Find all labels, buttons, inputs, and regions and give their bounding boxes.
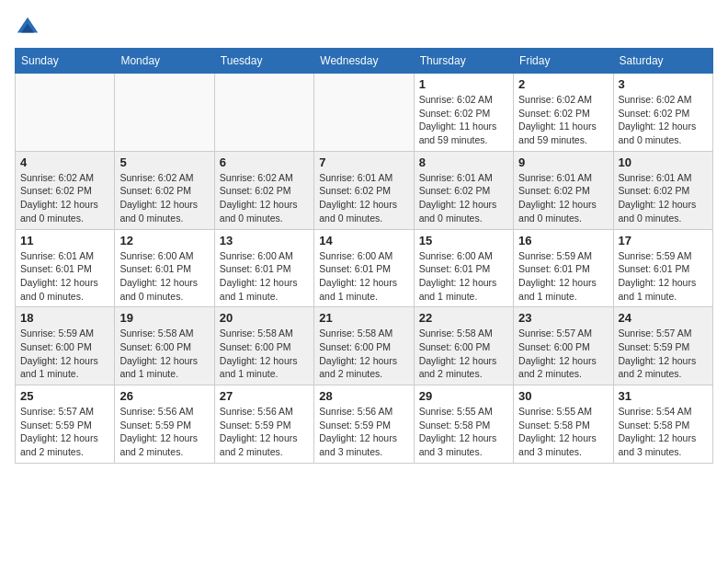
day-info: Sunrise: 5:57 AM Sunset: 5:59 PM Dayligh… bbox=[20, 405, 109, 459]
day-info: Sunrise: 6:02 AM Sunset: 6:02 PM Dayligh… bbox=[220, 171, 309, 225]
calendar-cell: 22Sunrise: 5:58 AM Sunset: 6:00 PM Dayli… bbox=[414, 307, 513, 385]
calendar-header-monday: Monday bbox=[115, 49, 214, 74]
day-number: 26 bbox=[119, 389, 209, 403]
calendar-cell bbox=[214, 74, 313, 152]
day-number: 1 bbox=[419, 77, 508, 91]
calendar-cell: 10Sunrise: 6:01 AM Sunset: 6:02 PM Dayli… bbox=[613, 151, 712, 229]
day-info: Sunrise: 6:00 AM Sunset: 6:01 PM Dayligh… bbox=[419, 249, 508, 304]
calendar-cell: 29Sunrise: 5:55 AM Sunset: 5:58 PM Dayli… bbox=[414, 385, 513, 464]
calendar-cell: 18Sunrise: 5:59 AM Sunset: 6:00 PM Dayli… bbox=[16, 307, 115, 385]
day-number: 22 bbox=[419, 311, 508, 325]
day-info: Sunrise: 6:00 AM Sunset: 6:01 PM Dayligh… bbox=[319, 249, 408, 304]
day-info: Sunrise: 5:58 AM Sunset: 6:00 PM Dayligh… bbox=[119, 327, 209, 381]
day-number: 11 bbox=[20, 234, 109, 247]
day-info: Sunrise: 6:02 AM Sunset: 6:02 PM Dayligh… bbox=[20, 171, 109, 225]
day-number: 6 bbox=[220, 155, 309, 169]
logo-icon bbox=[15, 15, 40, 40]
day-info: Sunrise: 6:02 AM Sunset: 6:02 PM Dayligh… bbox=[119, 171, 209, 225]
day-number: 25 bbox=[20, 389, 109, 403]
calendar-cell: 7Sunrise: 6:01 AM Sunset: 6:02 PM Daylig… bbox=[314, 151, 414, 229]
day-info: Sunrise: 5:58 AM Sunset: 6:00 PM Dayligh… bbox=[220, 327, 309, 381]
day-info: Sunrise: 6:01 AM Sunset: 6:02 PM Dayligh… bbox=[619, 171, 708, 225]
calendar-cell: 17Sunrise: 5:59 AM Sunset: 6:01 PM Dayli… bbox=[613, 229, 712, 307]
logo bbox=[15, 15, 44, 40]
calendar-cell: 6Sunrise: 6:02 AM Sunset: 6:02 PM Daylig… bbox=[214, 151, 313, 229]
calendar-cell: 8Sunrise: 6:01 AM Sunset: 6:02 PM Daylig… bbox=[414, 151, 513, 229]
calendar-cell: 30Sunrise: 5:55 AM Sunset: 5:58 PM Dayli… bbox=[514, 385, 613, 464]
calendar-cell: 23Sunrise: 5:57 AM Sunset: 6:00 PM Dayli… bbox=[514, 307, 613, 385]
calendar-cell: 13Sunrise: 6:00 AM Sunset: 6:01 PM Dayli… bbox=[214, 229, 313, 307]
calendar-cell: 1Sunrise: 6:02 AM Sunset: 6:02 PM Daylig… bbox=[414, 74, 513, 152]
calendar-cell: 14Sunrise: 6:00 AM Sunset: 6:01 PM Dayli… bbox=[314, 229, 414, 307]
day-number: 3 bbox=[619, 77, 708, 91]
calendar-cell: 31Sunrise: 5:54 AM Sunset: 5:58 PM Dayli… bbox=[613, 385, 712, 464]
day-info: Sunrise: 5:56 AM Sunset: 5:59 PM Dayligh… bbox=[220, 405, 309, 459]
day-number: 24 bbox=[619, 311, 708, 325]
day-number: 18 bbox=[20, 311, 109, 325]
day-info: Sunrise: 6:00 AM Sunset: 6:01 PM Dayligh… bbox=[220, 249, 309, 304]
day-number: 7 bbox=[319, 155, 408, 169]
day-number: 16 bbox=[518, 234, 608, 247]
day-info: Sunrise: 5:59 AM Sunset: 6:00 PM Dayligh… bbox=[20, 327, 109, 381]
day-number: 15 bbox=[419, 234, 508, 247]
calendar-cell bbox=[115, 74, 214, 152]
calendar-cell bbox=[16, 74, 115, 152]
calendar-cell: 9Sunrise: 6:01 AM Sunset: 6:02 PM Daylig… bbox=[514, 151, 613, 229]
calendar-cell: 24Sunrise: 5:57 AM Sunset: 5:59 PM Dayli… bbox=[613, 307, 712, 385]
day-number: 31 bbox=[619, 389, 708, 403]
calendar-cell: 21Sunrise: 5:58 AM Sunset: 6:00 PM Dayli… bbox=[314, 307, 414, 385]
day-info: Sunrise: 6:00 AM Sunset: 6:01 PM Dayligh… bbox=[119, 249, 209, 304]
day-number: 19 bbox=[119, 311, 209, 325]
day-number: 20 bbox=[220, 311, 309, 325]
day-info: Sunrise: 5:55 AM Sunset: 5:58 PM Dayligh… bbox=[419, 405, 508, 459]
day-info: Sunrise: 6:01 AM Sunset: 6:02 PM Dayligh… bbox=[319, 171, 408, 225]
day-info: Sunrise: 5:57 AM Sunset: 6:00 PM Dayligh… bbox=[518, 327, 608, 381]
day-number: 8 bbox=[419, 155, 508, 169]
day-number: 2 bbox=[518, 77, 608, 91]
calendar-header-wednesday: Wednesday bbox=[314, 49, 414, 74]
calendar-cell: 25Sunrise: 5:57 AM Sunset: 5:59 PM Dayli… bbox=[16, 385, 115, 464]
calendar-week-2: 4Sunrise: 6:02 AM Sunset: 6:02 PM Daylig… bbox=[16, 151, 713, 229]
calendar-week-3: 11Sunrise: 6:01 AM Sunset: 6:01 PM Dayli… bbox=[16, 229, 713, 307]
day-info: Sunrise: 6:01 AM Sunset: 6:02 PM Dayligh… bbox=[518, 171, 608, 225]
day-number: 10 bbox=[619, 155, 708, 169]
calendar-cell bbox=[314, 74, 414, 152]
day-number: 30 bbox=[518, 389, 608, 403]
day-info: Sunrise: 5:59 AM Sunset: 6:01 PM Dayligh… bbox=[619, 249, 708, 304]
day-info: Sunrise: 6:02 AM Sunset: 6:02 PM Dayligh… bbox=[419, 93, 508, 147]
calendar-header-saturday: Saturday bbox=[613, 49, 712, 74]
calendar-cell: 20Sunrise: 5:58 AM Sunset: 6:00 PM Dayli… bbox=[214, 307, 313, 385]
calendar-cell: 2Sunrise: 6:02 AM Sunset: 6:02 PM Daylig… bbox=[514, 74, 613, 152]
calendar-cell: 12Sunrise: 6:00 AM Sunset: 6:01 PM Dayli… bbox=[115, 229, 214, 307]
day-info: Sunrise: 5:56 AM Sunset: 5:59 PM Dayligh… bbox=[319, 405, 408, 459]
calendar-header-row: SundayMondayTuesdayWednesdayThursdayFrid… bbox=[16, 49, 713, 74]
day-info: Sunrise: 5:58 AM Sunset: 6:00 PM Dayligh… bbox=[319, 327, 408, 381]
calendar-week-1: 1Sunrise: 6:02 AM Sunset: 6:02 PM Daylig… bbox=[16, 74, 713, 152]
day-number: 27 bbox=[220, 389, 309, 403]
day-number: 14 bbox=[319, 234, 408, 247]
calendar-week-4: 18Sunrise: 5:59 AM Sunset: 6:00 PM Dayli… bbox=[16, 307, 713, 385]
calendar-cell: 16Sunrise: 5:59 AM Sunset: 6:01 PM Dayli… bbox=[514, 229, 613, 307]
day-number: 29 bbox=[419, 389, 508, 403]
calendar-cell: 11Sunrise: 6:01 AM Sunset: 6:01 PM Dayli… bbox=[16, 229, 115, 307]
calendar-cell: 3Sunrise: 6:02 AM Sunset: 6:02 PM Daylig… bbox=[613, 74, 712, 152]
day-number: 17 bbox=[619, 234, 708, 247]
day-number: 28 bbox=[319, 389, 408, 403]
day-info: Sunrise: 5:59 AM Sunset: 6:01 PM Dayligh… bbox=[518, 249, 608, 304]
calendar-week-5: 25Sunrise: 5:57 AM Sunset: 5:59 PM Dayli… bbox=[16, 385, 713, 464]
calendar-cell: 4Sunrise: 6:02 AM Sunset: 6:02 PM Daylig… bbox=[16, 151, 115, 229]
calendar-header-sunday: Sunday bbox=[16, 49, 115, 74]
calendar-cell: 27Sunrise: 5:56 AM Sunset: 5:59 PM Dayli… bbox=[214, 385, 313, 464]
day-info: Sunrise: 5:57 AM Sunset: 5:59 PM Dayligh… bbox=[619, 327, 708, 381]
calendar-cell: 19Sunrise: 5:58 AM Sunset: 6:00 PM Dayli… bbox=[115, 307, 214, 385]
calendar-cell: 28Sunrise: 5:56 AM Sunset: 5:59 PM Dayli… bbox=[314, 385, 414, 464]
day-info: Sunrise: 6:02 AM Sunset: 6:02 PM Dayligh… bbox=[518, 93, 608, 147]
day-info: Sunrise: 6:01 AM Sunset: 6:02 PM Dayligh… bbox=[419, 171, 508, 225]
day-number: 5 bbox=[119, 155, 209, 169]
day-number: 9 bbox=[518, 155, 608, 169]
day-number: 4 bbox=[20, 155, 109, 169]
header bbox=[15, 15, 713, 40]
day-number: 21 bbox=[319, 311, 408, 325]
calendar-header-thursday: Thursday bbox=[414, 49, 513, 74]
calendar-cell: 5Sunrise: 6:02 AM Sunset: 6:02 PM Daylig… bbox=[115, 151, 214, 229]
